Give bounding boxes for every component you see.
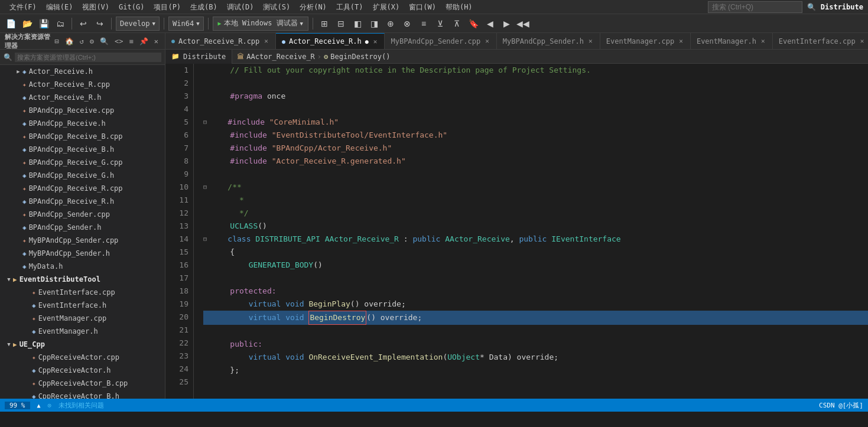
toolbar-btn-2[interactable]: ⊟ — [334, 17, 348, 31]
sidebar-code-icon[interactable]: <> — [113, 37, 125, 46]
redo-button[interactable]: ↪ — [93, 17, 107, 31]
toolbar-btn-10[interactable]: 🔖 — [466, 17, 480, 31]
menu-build[interactable]: 生成(B) — [186, 0, 222, 14]
tree-item[interactable]: ◈ CppReceiveActor.h — [0, 364, 165, 377]
tree-item[interactable]: ✦ BPAndCpp_Sender.cpp — [0, 208, 165, 221]
sidebar-pin-icon[interactable]: 📌 — [138, 37, 150, 46]
code-line[interactable]: * — [203, 194, 868, 207]
toolbar-btn-11[interactable]: ◀ — [483, 17, 497, 31]
code-line[interactable] — [203, 77, 868, 90]
menu-view[interactable]: 视图(V) — [77, 0, 114, 14]
code-line[interactable]: // Fill out your copyright notice in the… — [203, 64, 868, 77]
sidebar-close-icon[interactable]: ✕ — [152, 37, 160, 46]
tree-item[interactable]: ✦ MyBPAndCpp_Sender.cpp — [0, 234, 165, 247]
tree-item[interactable]: ✦ EventInterface.cpp — [0, 286, 165, 299]
tree-item[interactable]: ▼▶ UE_Cpp — [0, 338, 165, 351]
tree-item[interactable]: ◈ BPAndCpp_Sender.h — [0, 221, 165, 234]
tree-item[interactable]: ✦ BPAndCpp_Receive_G.cpp — [0, 156, 165, 169]
tab-close-6[interactable]: ✕ — [760, 37, 766, 45]
tab-actor-receive-r-h[interactable]: ● Actor_Receive_R.h ● ✕ — [276, 33, 385, 50]
tree-item[interactable]: ✦ BPAndCpp_Receive.cpp — [0, 104, 165, 117]
menu-analyze[interactable]: 分析(N) — [295, 0, 331, 14]
menu-test[interactable]: 测试(S) — [258, 0, 295, 14]
platform-dropdown[interactable]: Win64 ▼ — [168, 17, 204, 31]
tab-close-1[interactable]: ✕ — [263, 37, 269, 45]
fold-marker-icon[interactable]: ⊟ — [203, 233, 207, 246]
tab-eventinterface-cpp[interactable]: EventInterface.cpp ✕ — [773, 33, 868, 50]
tree-item[interactable]: ◈ Actor_Receive_R.h — [0, 91, 165, 104]
code-line[interactable]: */ — [203, 207, 868, 220]
menu-edit[interactable]: 编辑(E) — [41, 0, 78, 14]
tab-close-2[interactable]: ✕ — [372, 37, 379, 46]
code-line[interactable]: GENERATED_BODY() — [203, 259, 868, 272]
code-line[interactable]: ⊟ #include "CoreMinimal.h" — [203, 116, 868, 129]
code-line[interactable]: public: — [203, 338, 868, 351]
menu-window[interactable]: 窗口(W) — [404, 0, 441, 14]
code-line[interactable]: virtual void BeginPlay() override; — [203, 298, 868, 311]
tree-item[interactable]: ✦ BPAndCpp_Receive_B.cpp — [0, 130, 165, 143]
breadcrumb-method[interactable]: BeginDestroy() — [330, 53, 390, 61]
tree-item[interactable]: ◈ MyBPAndCpp_Sender.h — [0, 247, 165, 260]
code-line[interactable]: ⊟ class DISTRIBUTE_API AActor_Receive_R … — [203, 233, 868, 246]
tree-item[interactable]: ◈ EventInterface.h — [0, 299, 165, 312]
code-line[interactable] — [203, 103, 868, 116]
menu-tools[interactable]: 工具(T) — [331, 0, 368, 14]
sidebar-home-icon[interactable]: 🏠 — [63, 37, 76, 46]
menu-help[interactable]: 帮助(H) — [441, 0, 477, 14]
tab-close-7[interactable]: ✕ — [859, 37, 866, 45]
menu-file[interactable]: 文件(F) — [5, 0, 41, 14]
code-line[interactable]: UCLASS() — [203, 220, 868, 233]
breadcrumb-class[interactable]: AActor_Receive_R — [246, 53, 315, 61]
code-line[interactable]: #pragma once — [203, 90, 868, 103]
tree-item[interactable]: ◈ MyData.h — [0, 260, 165, 273]
new-file-button[interactable]: 📄 — [4, 17, 18, 31]
tree-item[interactable]: ✦ EventManager.cpp — [0, 312, 165, 325]
tab-mybpandcpp-sender-cpp[interactable]: MyBPAndCpp_Sender.cpp ✕ — [385, 33, 496, 50]
tab-close-5[interactable]: ✕ — [678, 37, 684, 45]
search-input[interactable] — [708, 1, 802, 13]
tree-item[interactable]: ▶◈ Actor_Receive.h — [0, 65, 165, 78]
tree-item[interactable]: ✦ BPAndCpp_Receive_R.cpp — [0, 182, 165, 195]
undo-button[interactable]: ↩ — [76, 17, 90, 31]
tab-distribute[interactable]: 📁 Distribute — [165, 50, 232, 64]
save-button[interactable]: 💾 — [37, 17, 51, 31]
sidebar-filter-icon[interactable]: ⚙ — [88, 37, 96, 46]
tab-actor-receive-r-cpp[interactable]: ● Actor_Receive_R.cpp ✕ — [165, 33, 276, 50]
code-line[interactable] — [203, 272, 868, 285]
menu-debug[interactable]: 调试(D) — [222, 0, 259, 14]
sidebar-more-icon[interactable]: ≡ — [128, 37, 135, 46]
save-all-button[interactable]: 🗂 — [53, 17, 67, 31]
code-line[interactable]: { — [203, 246, 868, 259]
code-line[interactable]: #include "BPAndCpp/Actor_Receive.h" — [203, 142, 868, 155]
menu-ext[interactable]: 扩展(X) — [368, 0, 405, 14]
toolbar-btn-7[interactable]: ≡ — [417, 17, 431, 31]
tree-item[interactable]: ▼▶ EventDistributeTool — [0, 273, 165, 286]
fold-marker-icon[interactable]: ⊟ — [203, 116, 207, 129]
code-line[interactable]: virtual void OnReceiveEvent_Implementati… — [203, 351, 868, 364]
toolbar-btn-9[interactable]: ⊼ — [450, 17, 464, 31]
code-line[interactable] — [203, 377, 868, 390]
tab-close-4[interactable]: ✕ — [587, 37, 594, 45]
branch-dropdown[interactable]: Develop ▼ — [116, 17, 160, 31]
code-line[interactable] — [203, 168, 868, 181]
code-content[interactable]: // Fill out your copyright notice in the… — [194, 64, 868, 399]
toolbar-btn-8[interactable]: ⊻ — [433, 17, 447, 31]
tree-item[interactable]: ◈ BPAndCpp_Receive_B.h — [0, 143, 165, 156]
menu-git[interactable]: Git(G) — [114, 0, 149, 14]
tree-item[interactable]: ◈ CppReceiveActor_B.h — [0, 390, 165, 399]
toolbar-btn-13[interactable]: ◀◀ — [516, 17, 530, 31]
sidebar-search-tree-icon[interactable]: 🔍 — [98, 37, 110, 46]
run-button[interactable]: ▶ 本地 Windows 调试器 ▼ — [213, 17, 308, 31]
tab-close-3[interactable]: ✕ — [484, 37, 490, 45]
tree-item[interactable]: ◈ BPAndCpp_Receive_G.h — [0, 169, 165, 182]
code-line[interactable] — [203, 325, 868, 338]
code-line[interactable]: virtual void BeginDestroy() override; — [203, 311, 868, 325]
tab-eventmanager-cpp[interactable]: EventManager.cpp ✕ — [600, 33, 691, 50]
menu-project[interactable]: 项目(P) — [149, 0, 186, 14]
tree-item[interactable]: ✦ CppReceiveActor.cpp — [0, 351, 165, 364]
code-line[interactable]: }; — [203, 364, 868, 377]
open-file-button[interactable]: 📂 — [20, 17, 34, 31]
sidebar-collapse-icon[interactable]: ⊟ — [53, 37, 60, 46]
toolbar-btn-3[interactable]: ◧ — [350, 17, 365, 31]
sidebar-search-input[interactable] — [15, 53, 161, 62]
